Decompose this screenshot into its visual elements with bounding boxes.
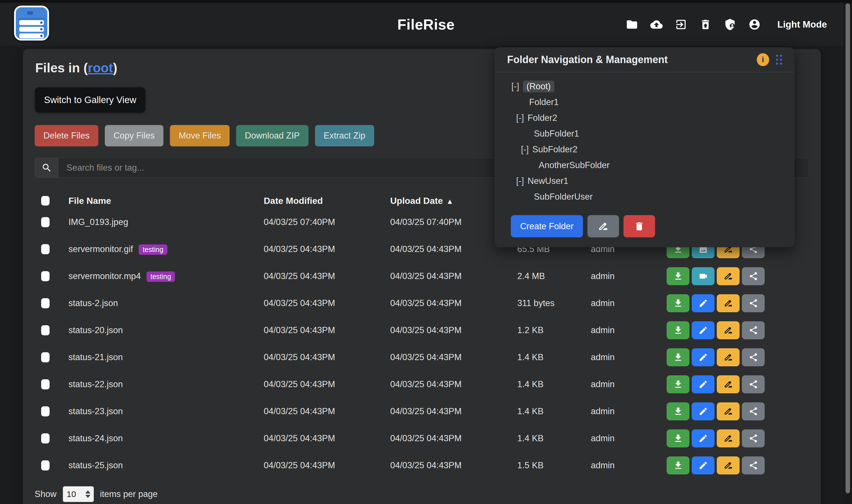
trash-restore-icon[interactable] (699, 18, 712, 31)
row-checkbox[interactable] (41, 298, 50, 308)
scrollbar-track[interactable] (844, 3, 852, 504)
folder-tree-item[interactable]: SubFolder1 (494, 126, 795, 142)
cloud-upload-icon[interactable] (650, 18, 663, 31)
collapse-toggle[interactable]: [-] (516, 113, 524, 123)
edit-file-button[interactable] (692, 294, 714, 312)
download-button[interactable] (666, 375, 690, 393)
share-file-button[interactable] (742, 267, 765, 285)
folder-tree-item[interactable]: Folder1 (494, 94, 795, 110)
folder-tree-item[interactable]: SubFolderUser (494, 189, 795, 205)
copy-files-button[interactable]: Copy Files (105, 125, 163, 146)
folder-name[interactable]: Folder1 (529, 97, 559, 107)
file-row: status-21.json04/03/25 04:43PM04/03/25 0… (35, 344, 809, 371)
logout-icon[interactable] (675, 18, 687, 31)
delete-folder-button[interactable] (624, 215, 655, 237)
row-checkbox[interactable] (41, 379, 50, 390)
items-per-page-select[interactable]: 10 (63, 486, 94, 502)
download-button[interactable] (666, 267, 690, 285)
download-button[interactable] (666, 402, 690, 420)
row-checkbox[interactable] (41, 433, 50, 444)
share-file-button[interactable] (742, 375, 765, 393)
edit-file-button[interactable] (692, 402, 714, 420)
folder-name[interactable]: NewUser1 (528, 176, 569, 186)
switch-gallery-view-button[interactable]: Switch to Gallery View (35, 87, 145, 113)
share-file-button[interactable] (742, 456, 765, 474)
rename-file-button[interactable] (717, 429, 740, 447)
scrollbar-thumb[interactable] (846, 3, 850, 493)
row-checkbox[interactable] (41, 271, 50, 281)
download-zip-button[interactable]: Download ZIP (236, 125, 309, 146)
collapse-toggle[interactable]: [-] (511, 82, 519, 91)
rename-file-button[interactable] (717, 375, 740, 393)
collapse-toggle[interactable]: [-] (521, 144, 529, 155)
rename-file-button[interactable] (717, 321, 740, 339)
row-checkbox[interactable] (41, 460, 50, 470)
uploader-cell: admin (591, 379, 666, 390)
edit-file-button[interactable] (692, 429, 714, 447)
rename-file-button[interactable] (717, 267, 740, 285)
drag-handle-icon[interactable] (775, 54, 783, 66)
account-icon[interactable] (748, 18, 761, 31)
share-file-button[interactable] (742, 321, 765, 339)
folder-tree-item[interactable]: [-](Root) (494, 78, 795, 94)
row-checkbox[interactable] (41, 244, 50, 254)
file-name-cell: status-24.json (68, 433, 264, 444)
rename-file-button[interactable] (717, 348, 740, 366)
select-all-checkbox[interactable] (41, 196, 50, 205)
share-file-button[interactable] (742, 294, 765, 312)
rename-folder-button[interactable] (588, 215, 619, 237)
create-folder-button[interactable]: Create Folder (511, 215, 583, 237)
column-header-date-modified[interactable]: Date Modified (264, 196, 390, 206)
file-row: status-23.json04/03/25 04:43PM04/03/25 0… (35, 398, 809, 425)
download-button[interactable] (666, 294, 690, 312)
folder-tree-item[interactable]: [-]NewUser1 (494, 173, 795, 189)
delete-files-button[interactable]: Delete Files (35, 125, 98, 146)
folder-tree-item[interactable]: [-]Folder2 (494, 110, 795, 126)
row-checkbox[interactable] (41, 352, 50, 362)
uploader-cell: admin (591, 460, 666, 470)
folder-icon[interactable] (626, 18, 638, 31)
file-size-cell: 1.5 KB (517, 460, 591, 470)
folder-name[interactable]: Folder2 (528, 113, 557, 123)
row-checkbox[interactable] (41, 217, 50, 227)
download-button[interactable] (666, 429, 690, 447)
file-name: status-20.json (68, 325, 123, 335)
folder-name[interactable]: SubFolder1 (534, 129, 579, 139)
rename-file-button[interactable] (717, 402, 740, 420)
download-button[interactable] (666, 456, 690, 474)
edit-file-button[interactable] (692, 375, 714, 393)
root-folder-link[interactable]: root (88, 60, 113, 75)
search-button[interactable] (35, 158, 58, 178)
light-mode-toggle[interactable]: Light Mode (777, 19, 827, 30)
rename-file-button[interactable] (717, 294, 740, 312)
download-button[interactable] (666, 321, 690, 339)
folder-tree-item[interactable]: AnotherSubFolder (494, 157, 795, 173)
folder-name[interactable]: AnotherSubFolder (539, 160, 610, 170)
row-checkbox[interactable] (41, 325, 50, 335)
column-header-file-name[interactable]: File Name (68, 196, 264, 206)
select-stepper-icon (85, 490, 90, 498)
admin-shield-icon[interactable] (724, 18, 736, 31)
folder-name[interactable]: SubFolderUser (534, 192, 592, 202)
move-files-button[interactable]: Move Files (170, 125, 230, 146)
download-button[interactable] (666, 348, 690, 366)
edit-file-button[interactable] (692, 348, 714, 366)
filerise-logo-icon[interactable] (14, 6, 49, 40)
share-file-button[interactable] (742, 402, 765, 420)
collapse-toggle[interactable]: [-] (516, 176, 524, 186)
extract-zip-button[interactable]: Extract Zip (315, 125, 374, 146)
rename-file-button[interactable] (717, 456, 740, 474)
row-checkbox[interactable] (41, 406, 50, 416)
uploader-cell: admin (591, 271, 666, 281)
folder-tree-item[interactable]: [-]SubFolder2 (494, 142, 795, 157)
edit-file-button[interactable] (692, 456, 714, 474)
folder-name[interactable]: SubFolder2 (533, 144, 578, 155)
info-icon[interactable]: i (757, 53, 769, 66)
share-file-button[interactable] (742, 429, 765, 447)
row-actions (666, 321, 765, 339)
edit-file-button[interactable] (692, 321, 714, 339)
folder-navigation-panel: Folder Navigation & Management i [-](Roo… (494, 47, 795, 247)
preview-video-button[interactable] (692, 267, 714, 285)
folder-name[interactable]: (Root) (523, 80, 555, 92)
share-file-button[interactable] (742, 348, 765, 366)
